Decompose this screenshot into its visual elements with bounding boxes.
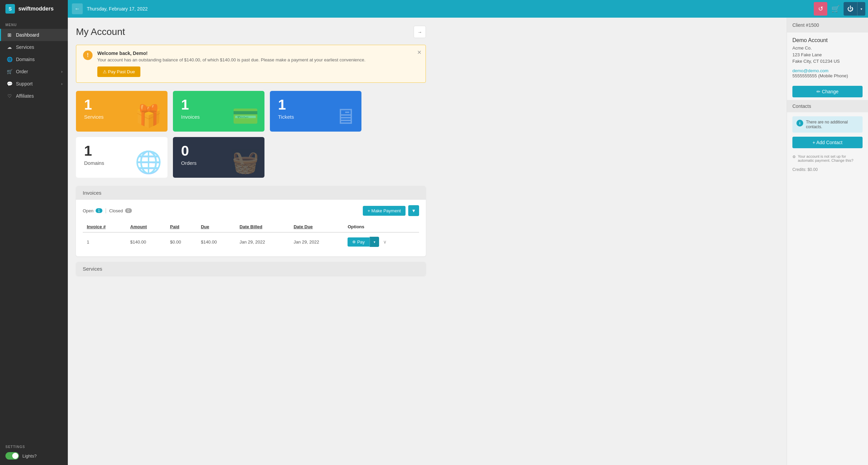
alert-banner: ! Welcome back, Demo! Your account has a… bbox=[76, 45, 426, 83]
logo: S swiftmodders bbox=[0, 0, 68, 18]
stat-card-tickets[interactable]: 1 Tickets 🖥 bbox=[270, 91, 361, 132]
make-payment-label: + Make Payment bbox=[368, 208, 401, 213]
invoice-date-due-cell: Jan 29, 2022 bbox=[290, 232, 343, 251]
table-row: 1 $140.00 $0.00 $140.00 Jan 29, 2022 Jan… bbox=[83, 232, 419, 251]
tab-open[interactable]: Open 1 bbox=[83, 208, 102, 213]
lights-toggle[interactable] bbox=[5, 452, 19, 460]
pay-dropdown-arrow[interactable]: ▾ bbox=[370, 237, 379, 247]
client-company: Acme Co. bbox=[792, 45, 812, 51]
orders-bg-icon: 🧺 bbox=[232, 150, 259, 175]
client-info: Demo Account Acme Co. 123 Fake Lane Fake… bbox=[787, 33, 868, 83]
alert-body: Welcome back, Demo! Your account has an … bbox=[97, 51, 419, 77]
col-paid[interactable]: Paid bbox=[166, 221, 197, 232]
sidebar-label-domains: Domains bbox=[16, 57, 35, 62]
client-email[interactable]: demo@demo.com bbox=[792, 68, 863, 73]
lights-label: Lights? bbox=[22, 453, 37, 459]
invoices-table: Invoice # Amount Paid Due Date Billed Da… bbox=[83, 221, 419, 251]
sidebar-label-order: Order bbox=[16, 69, 28, 74]
content-area: My Account → ! Welcome back, Demo! Your … bbox=[68, 18, 787, 465]
page-navigate-button[interactable]: → bbox=[414, 26, 426, 38]
invoice-num-cell: 1 bbox=[83, 232, 126, 251]
page-header: My Account → bbox=[76, 26, 426, 38]
col-date-due[interactable]: Date Due bbox=[290, 221, 343, 232]
sidebar-item-dashboard[interactable]: ⊞ Dashboard bbox=[0, 29, 68, 41]
main-layout: MENU ⊞ Dashboard ☁ Services 🌐 Domains 🛒 … bbox=[0, 18, 868, 465]
back-button[interactable]: ← bbox=[72, 3, 83, 14]
no-contacts-text: There are no additional contacts. bbox=[806, 120, 859, 129]
cart-button[interactable]: 🛒 bbox=[829, 2, 842, 16]
stat-card-invoices[interactable]: 1 Invoices 💳 bbox=[173, 91, 264, 132]
order-arrow-icon: › bbox=[61, 70, 62, 74]
stat-card-orders[interactable]: 0 Orders 🧺 bbox=[173, 137, 264, 178]
topbar-date: Thursday, February 17, 2022 bbox=[87, 6, 148, 12]
menu-label: MENU bbox=[0, 18, 68, 29]
col-invoice-num[interactable]: Invoice # bbox=[83, 221, 126, 232]
sidebar-label-services: Services bbox=[16, 44, 34, 50]
invoices-bg-icon: 💳 bbox=[232, 103, 259, 129]
invoice-tabs: Open 1 | Closed 0 + Make Payment ▼ bbox=[83, 205, 419, 216]
sidebar-item-affiliates[interactable]: ♡ Affiliates bbox=[0, 90, 68, 102]
col-options: Options bbox=[343, 221, 419, 232]
sidebar-settings: SETTINGS Lights? bbox=[0, 440, 68, 465]
invoice-paid-cell: $0.00 bbox=[166, 232, 197, 251]
services-icon: ☁ bbox=[6, 44, 13, 50]
tab-open-label: Open bbox=[83, 208, 94, 213]
power-button[interactable]: ⏻ bbox=[844, 2, 857, 16]
invoice-date-billed-cell: Jan 29, 2022 bbox=[236, 232, 290, 251]
services-section: Services bbox=[76, 262, 426, 276]
stats-grid: 1 Services 🎁 1 Invoices 💳 1 Tickets 🖥 1 … bbox=[76, 91, 426, 178]
pay-button-label: Pay bbox=[357, 239, 364, 245]
col-date-billed[interactable]: Date Billed bbox=[236, 221, 290, 232]
alert-close-button[interactable]: ✕ bbox=[417, 49, 421, 56]
no-contacts-box: i There are no additional contacts. bbox=[792, 116, 863, 133]
tickets-bg-icon: 🖥 bbox=[334, 104, 356, 129]
refresh-button[interactable]: ↺ bbox=[814, 2, 827, 16]
info-icon: i bbox=[796, 120, 803, 127]
client-addr1: 123 Fake Lane bbox=[792, 52, 822, 57]
tab-separator: | bbox=[105, 208, 106, 214]
autopay-notice: ⚙ Your account is not set up for automat… bbox=[787, 151, 868, 166]
services-bg-icon: 🎁 bbox=[135, 103, 162, 129]
sidebar: MENU ⊞ Dashboard ☁ Services 🌐 Domains 🛒 … bbox=[0, 18, 68, 465]
sidebar-item-support[interactable]: 💬 Support › bbox=[0, 78, 68, 90]
tab-closed[interactable]: Closed 0 bbox=[109, 208, 132, 213]
alert-text: Your account has an outstanding balance … bbox=[97, 57, 419, 62]
col-due[interactable]: Due bbox=[197, 221, 235, 232]
tab-open-badge: 1 bbox=[96, 208, 102, 213]
logo-text: swiftmodders bbox=[18, 6, 54, 12]
client-addr2: Fake City, CT 01234 US bbox=[792, 59, 840, 64]
filter-button[interactable]: ▼ bbox=[408, 205, 419, 216]
pay-past-due-button[interactable]: ⚠ Pay Past Due bbox=[97, 66, 140, 77]
autopay-text: Your account is not set up for automatic… bbox=[798, 154, 863, 162]
page-title: My Account bbox=[76, 26, 125, 37]
stat-card-domains[interactable]: 1 Domains 🌐 bbox=[76, 137, 167, 178]
logo-icon: S bbox=[5, 4, 15, 14]
invoice-amount-cell: $140.00 bbox=[126, 232, 166, 251]
sidebar-item-services[interactable]: ☁ Services bbox=[0, 41, 68, 53]
support-arrow-icon: › bbox=[61, 82, 62, 86]
make-payment-button[interactable]: + Make Payment bbox=[363, 206, 406, 216]
sidebar-item-order[interactable]: 🛒 Order › bbox=[0, 65, 68, 78]
affiliates-icon: ♡ bbox=[6, 93, 13, 99]
alert-icon: ! bbox=[83, 51, 93, 60]
topbar-actions: ↺ 🛒 ⏻ ▾ bbox=[814, 2, 868, 16]
change-button[interactable]: ✏ Change bbox=[792, 86, 863, 97]
invoice-options-cell: ⊕ Pay ▾ ∨ bbox=[343, 232, 419, 251]
pay-button[interactable]: ⊕ Pay bbox=[348, 237, 369, 247]
invoices-section: Invoices Open 1 | Closed 0 bbox=[76, 186, 426, 256]
contacts-header: Contacts bbox=[787, 100, 868, 112]
row-expand-button[interactable]: ∨ bbox=[383, 239, 387, 245]
add-contact-button[interactable]: + Add Contact bbox=[792, 137, 863, 148]
sidebar-item-domains[interactable]: 🌐 Domains bbox=[0, 53, 68, 65]
power-dropdown-arrow[interactable]: ▾ bbox=[857, 2, 865, 16]
col-amount[interactable]: Amount bbox=[126, 221, 166, 232]
client-name: Demo Account bbox=[792, 37, 863, 43]
power-button-group: ⏻ ▾ bbox=[844, 2, 865, 16]
stat-card-services[interactable]: 1 Services 🎁 bbox=[76, 91, 167, 132]
domains-bg-icon: 🌐 bbox=[135, 150, 162, 175]
alert-title: Welcome back, Demo! bbox=[97, 51, 419, 56]
pay-button-group: ⊕ Pay ▾ ∨ bbox=[348, 237, 415, 247]
invoices-section-body: Open 1 | Closed 0 + Make Payment ▼ bbox=[76, 200, 426, 256]
sidebar-label-affiliates: Affiliates bbox=[16, 93, 34, 99]
dashboard-icon: ⊞ bbox=[6, 32, 13, 38]
